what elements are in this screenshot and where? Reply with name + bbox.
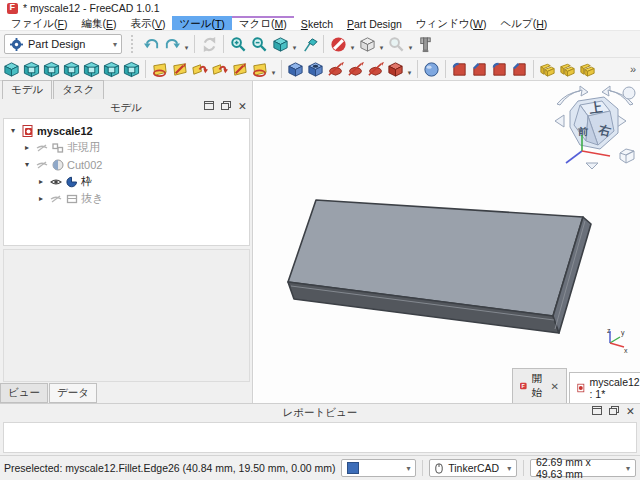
unit-indicator-dropdown[interactable]: ▾ (341, 459, 416, 477)
validate-sketch-icon[interactable] (230, 60, 249, 79)
eye-open-icon[interactable] (49, 175, 62, 188)
additive-sphere-icon[interactable] (422, 60, 441, 79)
dock-float-icon[interactable] (608, 405, 619, 416)
primitives-icon[interactable] (386, 60, 405, 79)
dock-minimize-icon[interactable] (591, 405, 602, 416)
dimension-value: 62.69 mm x 49.63 mm (536, 456, 618, 480)
tree-item-waku[interactable]: ▸ 枠 (4, 173, 249, 190)
dock-close-icon[interactable]: ✕ (625, 405, 636, 416)
boolean-common-icon[interactable] (578, 60, 597, 79)
viewport-3d[interactable]: 上 右 前 (254, 81, 640, 403)
stop-operation-icon[interactable] (328, 34, 348, 54)
merge-sketch-icon[interactable] (250, 60, 269, 79)
thickness-icon[interactable] (510, 60, 529, 79)
tab-model[interactable]: モデル (2, 80, 52, 99)
fillet-icon[interactable] (450, 60, 469, 79)
dock-minimize-icon[interactable] (203, 100, 214, 111)
tree-expander-icon[interactable]: ▾ (22, 160, 32, 169)
revolution-icon[interactable] (326, 60, 345, 79)
model-3d-object[interactable] (264, 186, 614, 358)
tab-tasks[interactable]: タスク (53, 80, 103, 99)
nav-mini-cube[interactable] (620, 149, 634, 163)
tab-start-page[interactable]: F 開始 ✕ (512, 368, 567, 403)
draft-icon[interactable] (490, 60, 509, 79)
draw-style-icon[interactable] (357, 34, 377, 54)
workbench-selector[interactable]: Part Design ▾ (4, 34, 122, 54)
tree-expander-icon[interactable]: ▸ (36, 177, 46, 186)
statusbar-divider (422, 460, 423, 476)
tree-item-document[interactable]: ▾ myscale12 (4, 122, 249, 139)
zoom-in-icon[interactable] (228, 34, 248, 54)
tree-expander-icon[interactable]: ▸ (36, 194, 46, 203)
eye-closed-icon[interactable] (49, 192, 62, 205)
dock-close-icon[interactable]: ✕ (237, 100, 248, 111)
boolean-union-icon[interactable] (558, 60, 577, 79)
tree-item-cut002[interactable]: ▾ Cut002 (4, 156, 249, 173)
pad-icon[interactable] (286, 60, 305, 79)
redo-icon-dropdown[interactable]: ▾ (183, 34, 190, 55)
eye-closed-icon[interactable] (35, 158, 48, 171)
additive-helix-icon[interactable] (366, 60, 385, 79)
edit-sketch-icon[interactable] (170, 60, 189, 79)
boolean-cut-icon[interactable] (538, 60, 557, 79)
tree-item-label: 非現用 (67, 140, 100, 155)
menu-edit[interactable]: 編集(E) (74, 16, 123, 30)
pocket-icon[interactable] (306, 60, 325, 79)
view-left-icon[interactable] (122, 60, 141, 79)
tree-expander-icon[interactable]: ▸ (22, 143, 32, 152)
redo-icon[interactable] (162, 34, 182, 54)
tree-expander-icon[interactable]: ▾ (8, 126, 18, 135)
draw-style-icon-dropdown[interactable]: ▾ (378, 34, 385, 55)
dock-tab-row: モデル タスク (0, 81, 252, 99)
menu-help[interactable]: ヘルプ(H) (494, 16, 555, 30)
view-isometric-icon[interactable] (2, 60, 21, 79)
tree-item-nuki[interactable]: ▸ 抜き (4, 190, 249, 207)
menu-windows[interactable]: ウィンドウ(W) (409, 16, 494, 30)
dimension-dropdown[interactable]: 62.69 mm x 49.63 mm ▾ (530, 459, 636, 477)
axis-z-label: z (607, 327, 611, 334)
tab-close-icon[interactable]: ✕ (551, 381, 559, 392)
map-sketch-icon[interactable] (190, 60, 209, 79)
toolbar-overflow-icon[interactable]: » (630, 63, 640, 75)
view-right-icon[interactable] (62, 60, 81, 79)
menu-sketch[interactable]: Sketch (294, 16, 340, 30)
nav-face-front-label: 前 (577, 126, 589, 137)
eye-closed-icon[interactable] (35, 141, 48, 154)
menu-part-design[interactable]: Part Design (340, 16, 409, 30)
tab-data-properties[interactable]: データ (49, 383, 97, 403)
property-editor[interactable] (3, 249, 250, 382)
navigation-style-dropdown[interactable]: TinkerCAD ▾ (429, 459, 517, 477)
model-tree: ▾ myscale12 ▸ 非現用 ▾ (3, 118, 250, 246)
measure-icon[interactable] (415, 34, 435, 54)
menu-view[interactable]: 表示(V) (123, 16, 172, 30)
view-top-icon[interactable] (42, 60, 61, 79)
dock-float-icon[interactable] (220, 100, 231, 111)
chamfer-icon[interactable] (470, 60, 489, 79)
create-sketch-icon[interactable] (150, 60, 169, 79)
groove-icon[interactable] (346, 60, 365, 79)
tab-view-properties[interactable]: ビュー (0, 383, 48, 403)
menu-file[interactable]: ファイル(F) (4, 16, 74, 30)
axonometric-view-icon[interactable] (270, 34, 290, 54)
menu-tools[interactable]: ツール(T) (172, 16, 231, 30)
nav-circle-button[interactable] (623, 87, 635, 99)
view-front-icon[interactable] (22, 60, 41, 79)
tab-document-myscale12[interactable]: myscale12 : 1* ✕ (569, 372, 640, 403)
tree-item-hidden-body[interactable]: ▸ 非現用 (4, 139, 249, 156)
menu-macro[interactable]: マクロ(M) (232, 16, 294, 30)
stop-operation-icon-dropdown[interactable]: ▾ (349, 34, 356, 55)
report-view-content[interactable] (3, 422, 637, 453)
navigation-cube[interactable]: 上 右 前 (552, 83, 638, 171)
reorient-sketch-icon[interactable] (210, 60, 229, 79)
merge-sketch-icon-dropdown[interactable]: ▾ (270, 59, 277, 80)
axonometric-view-icon-dropdown[interactable]: ▾ (291, 34, 298, 55)
undo-icon[interactable] (141, 34, 161, 54)
zoom-out-icon[interactable] (249, 34, 269, 54)
view-bottom-icon[interactable] (102, 60, 121, 79)
toolbar-handle[interactable] (131, 35, 138, 53)
clip-plane-icon[interactable] (299, 34, 319, 54)
nav-cube-body[interactable]: 上 右 前 (570, 97, 618, 149)
view-rear-icon[interactable] (82, 60, 101, 79)
primitives-icon-dropdown[interactable]: ▾ (406, 59, 413, 80)
zoom-tools-icon-dropdown[interactable]: ▾ (407, 34, 414, 55)
